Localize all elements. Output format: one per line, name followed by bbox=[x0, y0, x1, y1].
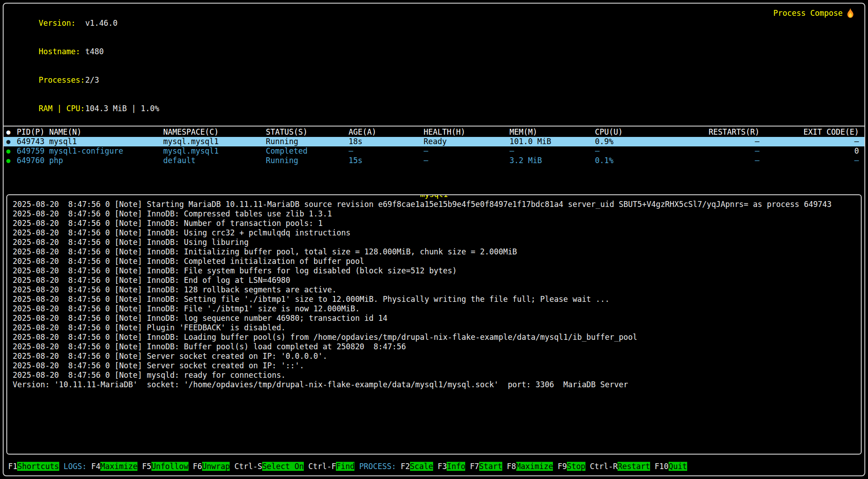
restarts-cell: – bbox=[664, 146, 760, 156]
status-cell: Running bbox=[266, 137, 349, 146]
shortcut-f6-unwrap[interactable]: F6Unwrap bbox=[193, 462, 230, 471]
status-indicator-icon: ● bbox=[4, 146, 17, 156]
log-line: 2025-08-20 8:47:56 0 [Note] InnoDB: Load… bbox=[13, 333, 855, 342]
exit-code-cell: 0 bbox=[760, 146, 859, 156]
status-indicator-icon: ● bbox=[4, 137, 17, 146]
health-cell: – bbox=[424, 156, 509, 165]
version-label: Version: bbox=[38, 19, 85, 28]
health-cell: – bbox=[424, 146, 509, 156]
age-cell: 15s bbox=[349, 156, 424, 165]
shortcut-f2-scale[interactable]: F2Scale bbox=[401, 462, 433, 471]
shortcut-f5-unfollow[interactable]: F5Unfollow bbox=[142, 462, 188, 471]
processes-line: Processes:2/3 bbox=[11, 66, 864, 94]
col-mem: MEM(M) bbox=[509, 127, 595, 137]
col-restarts: RESTARTS(R) bbox=[664, 127, 760, 137]
shortcut-ctrl-f-find[interactable]: Ctrl-FFind bbox=[308, 462, 354, 471]
namespace-cell: mysql.mysql1 bbox=[163, 146, 266, 156]
restarts-cell: – bbox=[664, 156, 760, 165]
col-exit-code: EXIT CODE(E) bbox=[760, 127, 859, 137]
log-line: 2025-08-20 8:47:56 0 [Note] InnoDB: File… bbox=[13, 266, 855, 276]
process-row-mysql1[interactable]: ● 649743 mysql1 mysql.mysql1 Running 18s… bbox=[4, 137, 864, 146]
namespace-cell: mysql.mysql1 bbox=[163, 137, 266, 146]
hostname-label: Hostname: bbox=[38, 47, 85, 56]
col-status: STATUS(S) bbox=[266, 127, 349, 137]
log-line: 2025-08-20 8:47:56 0 [Note] InnoDB: End … bbox=[13, 276, 855, 285]
cpu-cell: 0.1% bbox=[595, 156, 664, 165]
log-panel[interactable]: mysql1 2025-08-20 8:47:56 0 [Note] Start… bbox=[6, 194, 862, 455]
table-header-row: ● PID(P) NAME(N) NAMESPACE(C) STATUS(S) … bbox=[4, 127, 864, 137]
processes-value: 2/3 bbox=[85, 75, 99, 85]
version-value: v1.46.0 bbox=[85, 19, 118, 28]
hostname-line: Hostname:t480 bbox=[11, 38, 864, 66]
fire-icon bbox=[846, 8, 854, 18]
shortcut-f9-stop[interactable]: F9Stop bbox=[557, 462, 585, 471]
exit-code-cell: – bbox=[760, 156, 859, 165]
shortcut-f7-start[interactable]: F7Start bbox=[470, 462, 502, 471]
log-line: 2025-08-20 8:47:56 0 [Note] Plugin 'FEED… bbox=[13, 323, 855, 333]
pid-name-cell: 649760 php bbox=[17, 156, 163, 165]
pid-name-cell: 649743 mysql1 bbox=[17, 137, 163, 146]
mem-cell: 101.0 MiB bbox=[509, 137, 595, 146]
col-age: AGE(A) bbox=[349, 127, 424, 137]
process-row-php[interactable]: ● 649760 php default Running 15s – 3.2 M… bbox=[4, 156, 864, 165]
shortcut-category-process: PROCESS: bbox=[359, 462, 396, 471]
shortcut-f4-maximize[interactable]: F4Maximize bbox=[91, 462, 137, 471]
process-row-mysql1-configure[interactable]: ● 649759 mysql1-configure mysql.mysql1 C… bbox=[4, 146, 864, 156]
mem-cell: – bbox=[509, 146, 595, 156]
shortcut-ctrl-s-select[interactable]: Ctrl-SSelect On bbox=[234, 462, 304, 471]
status-indicator-icon: ● bbox=[4, 156, 17, 165]
namespace-cell: default bbox=[163, 156, 266, 165]
process-compose-window: Version:v1.46.0 Hostname:t480 Processes:… bbox=[3, 3, 865, 476]
app-title: Process Compose bbox=[773, 8, 854, 18]
log-panel-title: mysql1 bbox=[419, 194, 449, 199]
ram-cpu-value: 104.3 MiB | 1.0% bbox=[85, 104, 159, 113]
log-line: 2025-08-20 8:47:56 0 [Note] Starting Mar… bbox=[13, 200, 855, 209]
log-line: 2025-08-20 8:47:56 0 [Note] InnoDB: 128 … bbox=[13, 285, 855, 295]
col-cpu: CPU(U) bbox=[595, 127, 664, 137]
status-cell: Completed bbox=[266, 146, 349, 156]
log-line: 2025-08-20 8:47:56 0 [Note] InnoDB: Buff… bbox=[13, 342, 855, 352]
ram-cpu-line: RAM | CPU:104.3 MiB | 1.0% bbox=[11, 94, 864, 123]
restarts-cell: – bbox=[664, 137, 760, 146]
version-line: Version:v1.46.0 bbox=[11, 9, 864, 38]
log-line: 2025-08-20 8:47:56 0 [Note] InnoDB: Numb… bbox=[13, 219, 855, 228]
log-line: 2025-08-20 8:47:56 0 [Note] Server socke… bbox=[13, 352, 855, 361]
log-line: 2025-08-20 8:47:56 0 [Note] InnoDB: Comp… bbox=[13, 257, 855, 266]
status-cell: Running bbox=[266, 156, 349, 165]
shortcut-f10-quit[interactable]: F10Quit bbox=[655, 462, 687, 471]
log-line: 2025-08-20 8:47:56 0 [Note] InnoDB: Sett… bbox=[13, 295, 855, 304]
log-line: 2025-08-20 8:47:56 0 [Note] InnoDB: Usin… bbox=[13, 238, 855, 247]
shortcut-f8-maximize[interactable]: F8Maximize bbox=[507, 462, 553, 471]
log-line: 2025-08-20 8:47:56 0 [Note] mysqld: read… bbox=[13, 371, 855, 380]
age-cell: 18s bbox=[349, 137, 424, 146]
col-health: HEALTH(H) bbox=[424, 127, 509, 137]
col-namespace: NAMESPACE(C) bbox=[163, 127, 266, 137]
exit-code-cell: – bbox=[760, 137, 859, 146]
log-line: 2025-08-20 8:47:56 0 [Note] InnoDB: Comp… bbox=[13, 209, 855, 219]
log-line: 2025-08-20 8:47:56 0 [Note] InnoDB: Usin… bbox=[13, 228, 855, 238]
shortcut-f1-shortcuts[interactable]: F1Shortcuts bbox=[8, 462, 59, 471]
shortcut-f3-info[interactable]: F3Info bbox=[438, 462, 465, 471]
pid-name-cell: 649759 mysql1-configure bbox=[17, 146, 163, 156]
age-cell: – bbox=[349, 146, 424, 156]
shortcut-ctrl-r-restart[interactable]: Ctrl-RRestart bbox=[590, 462, 650, 471]
log-line: 2025-08-20 8:47:56 0 [Note] InnoDB: Init… bbox=[13, 247, 855, 257]
mem-cell: 3.2 MiB bbox=[509, 156, 595, 165]
processes-label: Processes: bbox=[38, 75, 85, 85]
log-line: Version: '10.11.11-MariaDB' socket: '/ho… bbox=[13, 380, 855, 390]
app-header: Version:v1.46.0 Hostname:t480 Processes:… bbox=[4, 4, 864, 127]
col-pid-name: PID(P) NAME(N) bbox=[17, 127, 163, 137]
log-line: 2025-08-20 8:47:56 0 [Note] InnoDB: log … bbox=[13, 314, 855, 323]
process-table: ● PID(P) NAME(N) NAMESPACE(C) STATUS(S) … bbox=[4, 127, 864, 165]
app-title-text: Process Compose bbox=[773, 9, 843, 18]
hostname-value: t480 bbox=[85, 47, 104, 56]
cpu-cell: – bbox=[595, 146, 664, 156]
shortcut-bar: F1Shortcuts LOGS: F4Maximize F5Unfollow … bbox=[4, 459, 864, 474]
indicator-column-icon: ● bbox=[4, 127, 17, 137]
cpu-cell: 0.9% bbox=[595, 137, 664, 146]
health-cell: Ready bbox=[424, 137, 509, 146]
log-line: 2025-08-20 8:47:56 0 [Note] Server socke… bbox=[13, 361, 855, 371]
log-line: 2025-08-20 8:47:56 0 [Note] InnoDB: File… bbox=[13, 304, 855, 314]
ram-cpu-label: RAM | CPU: bbox=[38, 104, 85, 113]
shortcut-category-logs: LOGS: bbox=[64, 462, 87, 471]
